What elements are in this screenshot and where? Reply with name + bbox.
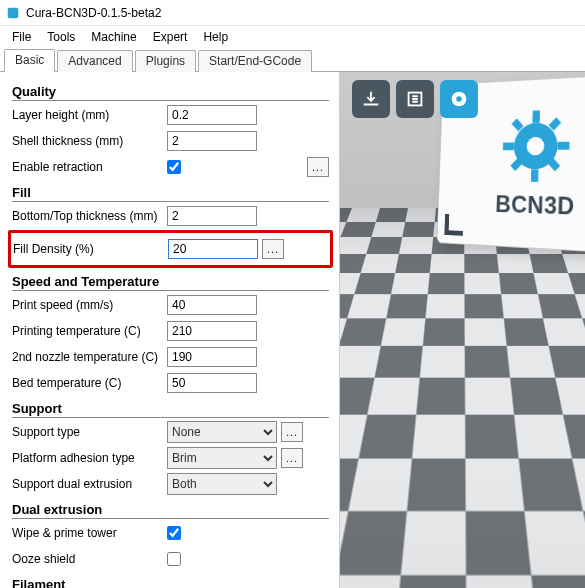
svg-rect-3	[532, 110, 540, 123]
section-filament: Filament	[12, 577, 329, 588]
label-printing-temp: Printing temperature (C)	[12, 324, 167, 338]
fill-density-settings-button[interactable]: ...	[262, 239, 284, 259]
label-wipe-prime: Wipe & prime tower	[12, 526, 167, 540]
label-fill-density: Fill Density (%)	[13, 242, 168, 256]
section-fill: Fill	[12, 185, 329, 202]
input-second-nozzle-temp[interactable]	[167, 347, 257, 367]
menu-help[interactable]: Help	[195, 28, 236, 46]
section-speed-temp: Speed and Temperature	[12, 274, 329, 291]
select-support-type[interactable]: None	[167, 421, 277, 443]
svg-rect-5	[503, 142, 514, 150]
slice-button[interactable]	[396, 80, 434, 118]
settings-panel: Quality Layer height (mm) Shell thicknes…	[0, 72, 340, 588]
load-model-button[interactable]	[352, 80, 390, 118]
retraction-settings-button[interactable]: ...	[307, 157, 329, 177]
label-enable-retraction: Enable retraction	[12, 160, 167, 174]
tab-start-end-gcode[interactable]: Start/End-GCode	[198, 50, 312, 72]
check-wipe-prime[interactable]	[167, 526, 181, 540]
input-print-speed[interactable]	[167, 295, 257, 315]
input-printing-temp[interactable]	[167, 321, 257, 341]
input-bottom-top-thickness[interactable]	[167, 206, 257, 226]
svg-rect-0	[8, 7, 19, 18]
title-bar: Cura-BCN3D-0.1.5-beta2	[0, 0, 585, 26]
input-bed-temp[interactable]	[167, 373, 257, 393]
viewport-toolbar	[352, 80, 478, 118]
select-platform-adhesion[interactable]: Brim	[167, 447, 277, 469]
section-dual-extrusion: Dual extrusion	[12, 502, 329, 519]
tab-basic[interactable]: Basic	[4, 49, 55, 72]
menu-expert[interactable]: Expert	[145, 28, 196, 46]
check-ooze-shield[interactable]	[167, 552, 181, 566]
section-quality: Quality	[12, 84, 329, 101]
label-support-dual-extrusion: Support dual extrusion	[12, 477, 167, 491]
input-shell-thickness[interactable]	[167, 131, 257, 151]
window-title: Cura-BCN3D-0.1.5-beta2	[26, 6, 161, 20]
menu-bar: File Tools Machine Expert Help	[0, 26, 585, 48]
tab-advanced[interactable]: Advanced	[57, 50, 132, 72]
input-fill-density[interactable]	[168, 239, 258, 259]
label-platform-adhesion: Platform adhesion type	[12, 451, 167, 465]
support-type-settings-button[interactable]: ...	[281, 422, 303, 442]
svg-point-13	[456, 96, 462, 102]
label-second-nozzle-temp: 2nd nozzle temperature (C)	[12, 350, 167, 364]
section-support: Support	[12, 401, 329, 418]
label-bed-temp: Bed temperature (C)	[12, 376, 167, 390]
menu-machine[interactable]: Machine	[83, 28, 144, 46]
label-ooze-shield: Ooze shield	[12, 552, 167, 566]
build-plate	[340, 208, 585, 588]
tab-plugins[interactable]: Plugins	[135, 50, 196, 72]
menu-file[interactable]: File	[4, 28, 39, 46]
label-print-speed: Print speed (mm/s)	[12, 298, 167, 312]
tab-bar: Basic Advanced Plugins Start/End-GCode	[0, 48, 585, 72]
input-layer-height[interactable]	[167, 105, 257, 125]
label-support-type: Support type	[12, 425, 167, 439]
platform-adhesion-settings-button[interactable]: ...	[281, 448, 303, 468]
view-mode-button[interactable]	[440, 80, 478, 118]
svg-rect-6	[557, 142, 569, 150]
app-icon	[6, 6, 20, 20]
gear-icon	[499, 106, 573, 185]
svg-rect-4	[531, 169, 539, 182]
fill-density-highlight: Fill Density (%) ...	[8, 230, 333, 268]
label-bottom-top-thickness: Bottom/Top thickness (mm)	[12, 209, 167, 223]
check-enable-retraction[interactable]	[167, 160, 181, 174]
label-shell-thickness: Shell thickness (mm)	[12, 134, 167, 148]
menu-tools[interactable]: Tools	[39, 28, 83, 46]
brand-text: BCN3D	[495, 190, 575, 220]
select-support-dual-extrusion[interactable]: Both	[167, 473, 277, 495]
viewport-3d[interactable]: BCN3D	[340, 72, 585, 588]
label-layer-height: Layer height (mm)	[12, 108, 167, 122]
